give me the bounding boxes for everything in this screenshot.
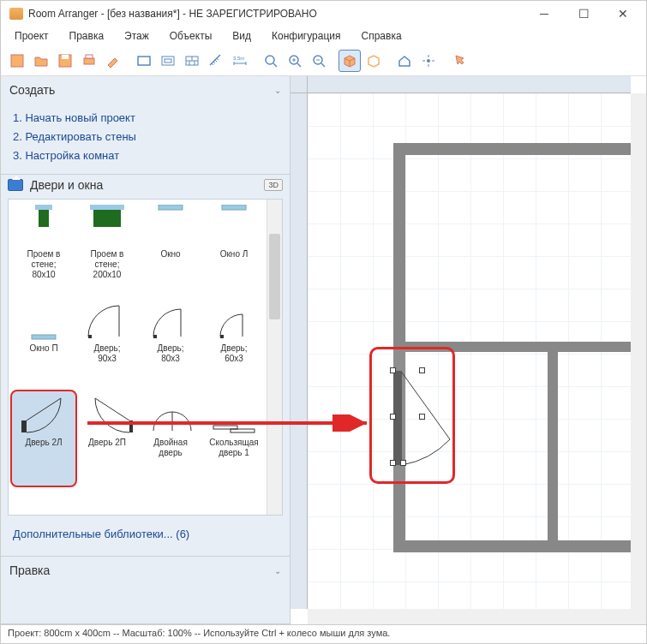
item-label: Дверь 2Л bbox=[25, 438, 62, 448]
view3d2-button[interactable] bbox=[362, 50, 385, 72]
svg-rect-4 bbox=[86, 55, 93, 58]
zoom-fit-button[interactable] bbox=[260, 50, 282, 72]
item-door-2l[interactable]: Дверь 2Л bbox=[10, 390, 77, 487]
item-label: Проем в стене; 80x10 bbox=[27, 249, 61, 280]
create-header[interactable]: Создать ⌄ bbox=[1, 76, 290, 104]
item-window-p[interactable]: Окно П bbox=[12, 297, 75, 391]
house-icon bbox=[8, 179, 23, 191]
maximize-button[interactable]: ☐ bbox=[564, 1, 603, 27]
svg-rect-42 bbox=[231, 429, 255, 432]
wall[interactable] bbox=[393, 540, 646, 552]
window-title: Room Arranger - [без названия*] - НЕ ЗАР… bbox=[28, 8, 524, 20]
wall[interactable] bbox=[548, 342, 558, 547]
menu-floor[interactable]: Этаж bbox=[116, 28, 158, 44]
sidebar: Создать ⌄ 1. Начать новый проект 2. Реда… bbox=[1, 76, 291, 624]
wall[interactable] bbox=[393, 143, 646, 155]
pointer-button[interactable] bbox=[448, 50, 470, 72]
content-area: Создать ⌄ 1. Начать новый проект 2. Реда… bbox=[1, 76, 646, 624]
scrollbar-vertical[interactable] bbox=[631, 93, 646, 609]
selection-highlight bbox=[369, 347, 455, 484]
menu-help[interactable]: Справка bbox=[353, 28, 410, 44]
link-new-project[interactable]: 1. Начать новый проект bbox=[13, 109, 278, 128]
svg-rect-2 bbox=[62, 55, 69, 59]
wall2-button[interactable] bbox=[157, 50, 179, 72]
edit-title: Правка bbox=[9, 564, 50, 577]
item-double-door[interactable]: Двойная дверь bbox=[139, 391, 202, 486]
svg-text:3,5m: 3,5m bbox=[233, 56, 244, 61]
spark-button[interactable] bbox=[417, 50, 440, 72]
zoom-in-button[interactable] bbox=[284, 50, 306, 72]
item-label: Проем в стене; 200x10 bbox=[91, 249, 124, 280]
svg-rect-37 bbox=[153, 335, 157, 338]
category-title: Двери и окна bbox=[30, 178, 264, 192]
edit-header[interactable]: Правка ⌄ bbox=[1, 557, 290, 584]
menu-config[interactable]: Конфигурация bbox=[263, 28, 350, 44]
svg-rect-32 bbox=[90, 205, 124, 210]
view3d-button[interactable] bbox=[338, 50, 361, 72]
svg-point-24 bbox=[427, 59, 430, 63]
measure-button[interactable] bbox=[205, 50, 227, 72]
svg-rect-0 bbox=[11, 55, 23, 67]
walls-button[interactable] bbox=[133, 50, 155, 72]
item-door-90[interactable]: Дверь; 90x3 bbox=[75, 297, 139, 391]
cleanup-button[interactable] bbox=[102, 50, 124, 72]
object-library: Проем в стене; 80x10 Проем в стене; 200x… bbox=[8, 199, 283, 516]
app-icon bbox=[9, 8, 23, 20]
library-scrollbar[interactable] bbox=[267, 200, 282, 515]
svg-line-16 bbox=[273, 63, 277, 67]
menubar: Проект Правка Этаж Объекты Вид Конфигура… bbox=[1, 27, 646, 45]
brick-button[interactable] bbox=[181, 50, 203, 72]
item-window[interactable]: Окно bbox=[139, 203, 202, 297]
item-label: Окно Л bbox=[220, 249, 249, 259]
extra-libraries-link[interactable]: Дополнительные библиотеки... (6) bbox=[1, 519, 290, 549]
canvas-area bbox=[291, 76, 646, 624]
svg-rect-34 bbox=[222, 205, 246, 210]
menu-edit[interactable]: Правка bbox=[61, 28, 113, 44]
item-sliding-door[interactable]: Скользящая дверь 1 bbox=[202, 391, 266, 486]
link-edit-walls[interactable]: 2. Редактировать стены bbox=[13, 128, 278, 146]
svg-rect-5 bbox=[138, 57, 150, 65]
item-door-2p[interactable]: Дверь 2П bbox=[75, 391, 139, 486]
dimension-button[interactable]: 3,5m bbox=[229, 50, 251, 72]
print-button[interactable] bbox=[78, 50, 100, 72]
link-room-setup[interactable]: 3. Настройка комнат bbox=[13, 146, 278, 165]
item-opening-80[interactable]: Проем в стене; 80x10 bbox=[12, 203, 75, 297]
ruler-corner bbox=[291, 76, 308, 93]
scrollbar-corner bbox=[631, 609, 646, 624]
item-label: Дверь 2П bbox=[88, 438, 126, 448]
floor-plan-canvas[interactable] bbox=[308, 93, 631, 609]
svg-rect-41 bbox=[213, 426, 237, 429]
item-label: Скользящая дверь 1 bbox=[209, 438, 258, 458]
open-button[interactable] bbox=[30, 50, 52, 72]
chevron-icon: ⌄ bbox=[274, 86, 281, 95]
svg-point-15 bbox=[266, 56, 274, 64]
item-door-60[interactable]: Дверь; 60x3 bbox=[202, 297, 266, 391]
save-button[interactable] bbox=[54, 50, 76, 72]
svg-rect-38 bbox=[220, 335, 224, 338]
house-button[interactable] bbox=[393, 50, 416, 72]
scrollbar-horizontal[interactable] bbox=[308, 609, 631, 624]
app-window: Room Arranger - [без названия*] - НЕ ЗАР… bbox=[0, 0, 647, 644]
item-door-80[interactable]: Дверь; 80x3 bbox=[139, 297, 202, 391]
svg-rect-7 bbox=[165, 59, 171, 63]
new-button[interactable] bbox=[6, 50, 28, 72]
badge-3d[interactable]: 3D bbox=[264, 179, 283, 191]
ruler-vertical[interactable] bbox=[291, 93, 308, 609]
menu-project[interactable]: Проект bbox=[6, 28, 57, 44]
toolbar: 3,5m bbox=[1, 45, 646, 76]
close-button[interactable]: ✕ bbox=[603, 1, 643, 27]
item-label: Двойная дверь bbox=[153, 438, 188, 458]
menu-objects[interactable]: Объекты bbox=[161, 28, 221, 44]
svg-rect-3 bbox=[84, 58, 94, 64]
category-header[interactable]: Двери и окна 3D bbox=[1, 175, 290, 195]
minimize-button[interactable]: ─ bbox=[524, 1, 564, 27]
chevron-icon: ⌄ bbox=[274, 566, 281, 575]
svg-rect-30 bbox=[35, 205, 52, 210]
svg-rect-40 bbox=[129, 420, 133, 432]
ruler-horizontal[interactable] bbox=[308, 76, 631, 93]
item-opening-200[interactable]: Проем в стене; 200x10 bbox=[75, 203, 139, 297]
svg-rect-39 bbox=[21, 420, 27, 432]
menu-view[interactable]: Вид bbox=[224, 28, 260, 44]
item-window-l[interactable]: Окно Л bbox=[202, 203, 266, 297]
zoom-out-button[interactable] bbox=[308, 50, 330, 72]
